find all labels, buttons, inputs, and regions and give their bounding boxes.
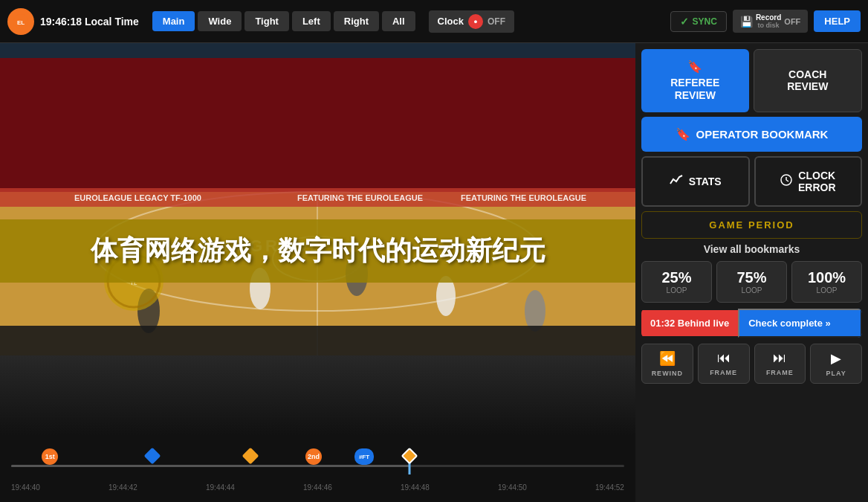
clock-icon [780,174,792,188]
speed-25-label: LOOP [647,286,707,295]
speed-100-button[interactable]: 100% LOOP [791,261,862,303]
rewind-icon: ⏪ [659,350,676,367]
nav-right[interactable]: Right [334,11,379,31]
status-row: 01:32 Behind live Check complete » [641,309,862,338]
clock-off-label: OFF [488,16,505,27]
speed-25-button[interactable]: 25% LOOP [641,261,712,303]
timeline-markers: 19:44:40 19:44:42 19:44:44 19:44:46 19:4… [0,483,635,492]
check-complete-button[interactable]: Check complete » [738,309,862,338]
marker-4: 19:44:48 [401,483,430,492]
frame-back-label: FRAME [710,369,737,376]
nav-left[interactable]: Left [292,11,331,31]
speed-25-value: 25% [647,269,707,286]
euroleague-logo: EL [7,8,34,35]
svg-text:FEATURING THE EUROLEAGUE: FEATURING THE EUROLEAGUE [461,193,586,202]
nav-buttons: Main Wide Tight Left Right All [152,11,415,31]
marker-5: 19:44:50 [498,483,527,492]
game-period-button[interactable]: GAME PERIOD [641,211,862,239]
timeline-progress [11,465,409,467]
svg-rect-3 [0,58,635,192]
review-buttons-row: 🔖 REFEREEREVIEW COACHREVIEW [641,49,862,112]
svg-text:EUROLEAGUE LEGACY TF-1000: EUROLEAGUE LEGACY TF-1000 [74,193,201,202]
banner-overlay: 体育网络游戏，数字时代的运动新纪元 [0,219,635,283]
sync-button[interactable]: ✓ SYNC [670,11,727,32]
bookmark-icon-2: 🔖 [676,127,690,141]
event-orange-diamond [244,450,256,462]
clock-error-button[interactable]: CLOCKERROR [754,156,863,207]
rewind-label: REWIND [652,370,684,377]
view-bookmarks-title: View all bookmarks [641,243,862,255]
frame-forward-button[interactable]: ⏭ FRAME [754,344,806,384]
svg-text:EL: EL [17,19,25,26]
transport-controls: ⏪ REWIND ⏮ FRAME ⏭ FRAME ▶ PLAY [641,344,862,384]
record-button[interactable]: 💾 Record to disk OFF [733,10,808,33]
stats-clock-row: STATS CLOCKERROR [641,156,862,207]
clock-label: Clock [438,16,464,27]
event-circle-ft: #FT [354,448,374,465]
frame-forward-icon: ⏭ [773,350,786,366]
event-2nd: 2nd [305,448,322,465]
record-label: Record [756,13,781,22]
event-blue-diamond [146,450,158,462]
record-sub-label: to disk [756,22,781,29]
svg-point-17 [525,290,545,332]
behind-live-indicator: 01:32 Behind live [641,310,738,336]
main-content: EUROLEAGUE LEGACY TF-1000 FEATURING THE … [0,43,868,502]
referee-review-label: REFEREEREVIEW [670,77,719,102]
video-container: EUROLEAGUE LEGACY TF-1000 FEATURING THE … [0,43,635,435]
coach-review-label: COACHREVIEW [787,68,828,94]
speed-75-label: LOOP [722,286,782,295]
speed-buttons: 25% LOOP 75% LOOP 100% LOOP [641,261,862,303]
play-icon: ▶ [831,350,841,367]
play-label: PLAY [826,370,846,377]
right-panel: 🔖 REFEREEREVIEW COACHREVIEW 🔖 OPERATOR B… [635,43,868,502]
event-diamond-orange [242,448,259,465]
marker-1: 19:44:42 [108,483,137,492]
record-off-label: OFF [784,17,800,26]
time-display: 19:46:18 Local Time [40,16,139,28]
frame-back-icon: ⏮ [717,350,731,366]
stats-label: STATS [689,176,722,187]
top-bar: EL 19:46:18 Local Time Main Wide Tight L… [0,0,868,43]
marker-3: 19:44:46 [303,483,332,492]
bookmarks-section: View all bookmarks 25% LOOP 75% LOOP 100… [641,243,862,496]
nav-wide[interactable]: Wide [198,11,242,31]
timeline-area: 1st 2nd #FT [0,435,635,502]
check-complete-label: Check complete » [748,318,831,329]
speed-75-button[interactable]: 75% LOOP [716,261,787,303]
svg-line-24 [786,180,788,181]
video-area: EUROLEAGUE LEGACY TF-1000 FEATURING THE … [0,43,635,502]
clock-error-label: CLOCKERROR [798,170,836,193]
nav-main[interactable]: Main [152,11,195,31]
referee-review-button[interactable]: 🔖 REFEREEREVIEW [641,49,749,112]
clock-toggle[interactable]: Clock ● OFF [429,10,514,33]
event-ft: #FT [354,448,374,465]
banner-text: 体育网络游戏，数字时代的运动新纪元 [91,235,545,266]
marker-6: 19:44:52 [595,483,624,492]
frame-back-button[interactable]: ⏮ FRAME [698,344,750,384]
event-diamond-blue [143,448,161,465]
operator-bookmark-button[interactable]: 🔖 OPERATOR BOOKMARK [641,117,862,152]
sync-check-icon: ✓ [680,16,689,28]
clock-toggle-circle: ● [468,14,483,29]
speed-100-label: LOOP [797,286,857,295]
event-diamond-active [401,448,418,465]
help-button[interactable]: HELP [814,10,861,32]
play-button[interactable]: ▶ PLAY [810,344,862,384]
svg-rect-18 [0,326,635,355]
rewind-button[interactable]: ⏪ REWIND [641,344,693,384]
nav-all[interactable]: All [382,11,415,31]
sync-label: SYNC [693,16,717,27]
event-circle-2nd: 2nd [305,448,322,465]
record-disk-icon: 💾 [740,16,753,28]
stats-button[interactable]: STATS [641,156,750,207]
event-active-diamond [404,450,415,462]
event-circle-1st: 1st [42,448,58,465]
event-1st: 1st [42,448,58,465]
nav-tight[interactable]: Tight [244,11,289,31]
marker-0: 19:44:40 [11,483,40,492]
coach-review-button[interactable]: COACHREVIEW [754,49,863,112]
stats-icon [670,175,683,188]
video-frame: EUROLEAGUE LEGACY TF-1000 FEATURING THE … [0,43,635,435]
svg-text:FEATURING THE EUROLEAGUE: FEATURING THE EUROLEAGUE [297,193,423,202]
